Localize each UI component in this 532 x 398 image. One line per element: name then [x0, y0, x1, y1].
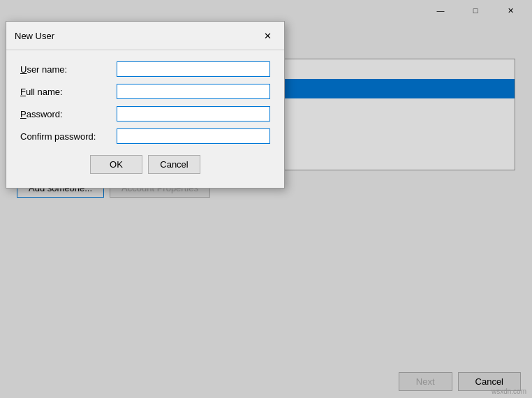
dialog-cancel-button[interactable]: Cancel: [148, 155, 200, 174]
new-user-dialog: New User ✕ User name: Full name:: [6, 21, 285, 189]
username-row: User name:: [20, 61, 270, 77]
dialog-body: User name: Full name: Password: Co: [6, 50, 284, 188]
password-row: Password:: [20, 106, 270, 121]
password-input[interactable]: [117, 106, 270, 121]
fullname-label: Full name:: [20, 87, 111, 97]
dialog-title: New User: [15, 31, 54, 41]
dialog-buttons: OK Cancel: [20, 155, 270, 177]
password-label: Password:: [20, 109, 111, 119]
ok-button[interactable]: OK: [90, 155, 142, 174]
fullname-row: Full name:: [20, 84, 270, 99]
confirm-password-row: Confirm password:: [20, 128, 270, 144]
username-input[interactable]: [117, 61, 270, 77]
dialog-close-button[interactable]: ✕: [259, 27, 276, 44]
username-label: User name:: [20, 64, 111, 75]
confirm-password-label: Confirm password:: [20, 131, 111, 142]
dialog-title-bar: New User ✕: [6, 22, 284, 50]
modal-overlay: New User ✕ User name: Full name:: [0, 0, 532, 398]
confirm-password-input[interactable]: [117, 128, 270, 144]
fullname-input[interactable]: [117, 84, 270, 99]
